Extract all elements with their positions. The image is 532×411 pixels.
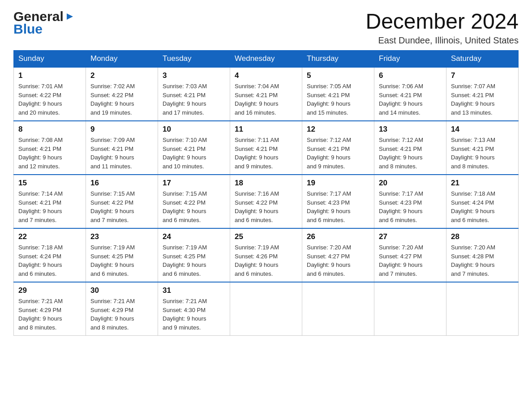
calendar-cell: 10 Sunrise: 7:10 AMSunset: 4:21 PMDaylig… (158, 121, 230, 175)
calendar-cell: 9 Sunrise: 7:09 AMSunset: 4:21 PMDayligh… (86, 121, 158, 175)
day-number: 23 (90, 232, 153, 241)
day-number: 30 (90, 286, 153, 295)
logo-arrow-icon (65, 12, 75, 21)
day-number: 7 (451, 71, 514, 80)
day-number: 12 (307, 125, 369, 134)
calendar-cell: 7 Sunrise: 7:07 AMSunset: 4:21 PMDayligh… (446, 67, 519, 121)
day-number: 11 (235, 125, 297, 134)
calendar-cell: 4 Sunrise: 7:04 AMSunset: 4:21 PMDayligh… (230, 67, 302, 121)
calendar-cell: 8 Sunrise: 7:08 AMSunset: 4:21 PMDayligh… (14, 121, 86, 175)
calendar-cell: 1 Sunrise: 7:01 AMSunset: 4:22 PMDayligh… (14, 67, 86, 121)
day-info: Sunrise: 7:03 AMSunset: 4:21 PMDaylight:… (163, 83, 207, 116)
title-area: December 2024 East Dundee, Illinois, Uni… (365, 9, 519, 46)
day-info: Sunrise: 7:14 AMSunset: 4:21 PMDaylight:… (18, 190, 63, 223)
day-info: Sunrise: 7:10 AMSunset: 4:21 PMDaylight:… (163, 137, 207, 170)
month-title: December 2024 (365, 9, 519, 34)
calendar-cell: 12 Sunrise: 7:12 AMSunset: 4:21 PMDaylig… (302, 121, 374, 175)
day-info: Sunrise: 7:02 AMSunset: 4:22 PMDaylight:… (90, 83, 135, 116)
calendar-cell: 31 Sunrise: 7:21 AMSunset: 4:30 PMDaylig… (158, 282, 230, 336)
day-number: 21 (451, 179, 514, 188)
day-info: Sunrise: 7:21 AMSunset: 4:29 PMDaylight:… (90, 298, 135, 331)
calendar-cell: 3 Sunrise: 7:03 AMSunset: 4:21 PMDayligh… (158, 67, 230, 121)
day-number: 24 (163, 232, 225, 241)
day-info: Sunrise: 7:12 AMSunset: 4:21 PMDaylight:… (379, 137, 423, 170)
calendar-week-row: 29 Sunrise: 7:21 AMSunset: 4:29 PMDaylig… (14, 282, 519, 336)
day-info: Sunrise: 7:15 AMSunset: 4:22 PMDaylight:… (163, 190, 207, 223)
day-info: Sunrise: 7:04 AMSunset: 4:21 PMDaylight:… (235, 83, 279, 116)
calendar-cell: 30 Sunrise: 7:21 AMSunset: 4:29 PMDaylig… (86, 282, 158, 336)
day-info: Sunrise: 7:15 AMSunset: 4:22 PMDaylight:… (90, 190, 135, 223)
calendar-cell: 16 Sunrise: 7:15 AMSunset: 4:22 PMDaylig… (86, 175, 158, 228)
calendar-cell: 26 Sunrise: 7:20 AMSunset: 4:27 PMDaylig… (302, 228, 374, 282)
day-number: 14 (451, 125, 514, 134)
calendar-cell: 28 Sunrise: 7:20 AMSunset: 4:28 PMDaylig… (446, 228, 519, 282)
day-number: 15 (18, 179, 81, 188)
svg-marker-0 (67, 13, 73, 20)
day-info: Sunrise: 7:05 AMSunset: 4:21 PMDaylight:… (307, 83, 351, 116)
day-info: Sunrise: 7:19 AMSunset: 4:25 PMDaylight:… (163, 244, 207, 277)
day-number: 19 (307, 179, 369, 188)
day-number: 26 (307, 232, 369, 241)
calendar-cell: 2 Sunrise: 7:02 AMSunset: 4:22 PMDayligh… (86, 67, 158, 121)
day-number: 3 (163, 71, 225, 80)
day-number: 6 (379, 71, 442, 80)
day-number: 17 (163, 179, 225, 188)
calendar-cell (446, 282, 519, 336)
day-number: 13 (379, 125, 442, 134)
day-number: 29 (18, 286, 81, 295)
calendar-week-row: 15 Sunrise: 7:14 AMSunset: 4:21 PMDaylig… (14, 175, 519, 228)
calendar-cell: 21 Sunrise: 7:18 AMSunset: 4:24 PMDaylig… (446, 175, 519, 228)
day-number: 25 (235, 232, 297, 241)
calendar-cell: 29 Sunrise: 7:21 AMSunset: 4:29 PMDaylig… (14, 282, 86, 336)
page-header: General Blue December 2024 East Dundee, … (13, 9, 519, 46)
calendar-week-row: 8 Sunrise: 7:08 AMSunset: 4:21 PMDayligh… (14, 121, 519, 175)
weekday-header-row: Sunday Monday Tuesday Wednesday Thursday… (14, 51, 519, 68)
header-thursday: Thursday (302, 51, 374, 68)
day-number: 20 (379, 179, 442, 188)
calendar-cell: 5 Sunrise: 7:05 AMSunset: 4:21 PMDayligh… (302, 67, 374, 121)
logo: General Blue (13, 9, 75, 37)
day-info: Sunrise: 7:12 AMSunset: 4:21 PMDaylight:… (307, 137, 351, 170)
day-info: Sunrise: 7:13 AMSunset: 4:21 PMDaylight:… (451, 137, 495, 170)
day-info: Sunrise: 7:18 AMSunset: 4:24 PMDaylight:… (451, 190, 495, 223)
calendar-cell: 27 Sunrise: 7:20 AMSunset: 4:27 PMDaylig… (374, 228, 446, 282)
day-info: Sunrise: 7:20 AMSunset: 4:28 PMDaylight:… (451, 244, 495, 277)
day-number: 2 (90, 71, 153, 80)
calendar-cell (230, 282, 302, 336)
calendar-week-row: 22 Sunrise: 7:18 AMSunset: 4:24 PMDaylig… (14, 228, 519, 282)
day-info: Sunrise: 7:18 AMSunset: 4:24 PMDaylight:… (18, 244, 63, 277)
header-saturday: Saturday (446, 51, 519, 68)
header-friday: Friday (374, 51, 446, 68)
day-info: Sunrise: 7:17 AMSunset: 4:23 PMDaylight:… (379, 190, 423, 223)
calendar-cell: 23 Sunrise: 7:19 AMSunset: 4:25 PMDaylig… (86, 228, 158, 282)
location-text: East Dundee, Illinois, United States (365, 35, 519, 46)
day-info: Sunrise: 7:19 AMSunset: 4:25 PMDaylight:… (90, 244, 135, 277)
day-number: 27 (379, 232, 442, 241)
calendar-cell: 13 Sunrise: 7:12 AMSunset: 4:21 PMDaylig… (374, 121, 446, 175)
calendar-cell: 20 Sunrise: 7:17 AMSunset: 4:23 PMDaylig… (374, 175, 446, 228)
calendar-cell (374, 282, 446, 336)
calendar-table: Sunday Monday Tuesday Wednesday Thursday… (13, 50, 519, 336)
calendar-cell: 11 Sunrise: 7:11 AMSunset: 4:21 PMDaylig… (230, 121, 302, 175)
day-info: Sunrise: 7:11 AMSunset: 4:21 PMDaylight:… (235, 137, 279, 170)
day-number: 22 (18, 232, 81, 241)
day-info: Sunrise: 7:06 AMSunset: 4:21 PMDaylight:… (379, 83, 423, 116)
header-wednesday: Wednesday (230, 51, 302, 68)
day-info: Sunrise: 7:17 AMSunset: 4:23 PMDaylight:… (307, 190, 351, 223)
day-info: Sunrise: 7:16 AMSunset: 4:22 PMDaylight:… (235, 190, 279, 223)
day-info: Sunrise: 7:20 AMSunset: 4:27 PMDaylight:… (379, 244, 423, 277)
day-number: 10 (163, 125, 225, 134)
day-number: 4 (235, 71, 297, 80)
day-info: Sunrise: 7:21 AMSunset: 4:29 PMDaylight:… (18, 298, 63, 331)
calendar-cell: 14 Sunrise: 7:13 AMSunset: 4:21 PMDaylig… (446, 121, 519, 175)
day-number: 31 (163, 286, 225, 295)
calendar-cell: 6 Sunrise: 7:06 AMSunset: 4:21 PMDayligh… (374, 67, 446, 121)
day-info: Sunrise: 7:20 AMSunset: 4:27 PMDaylight:… (307, 244, 351, 277)
day-number: 18 (235, 179, 297, 188)
header-tuesday: Tuesday (158, 51, 230, 68)
header-sunday: Sunday (14, 51, 86, 68)
day-number: 28 (451, 232, 514, 241)
day-number: 16 (90, 179, 153, 188)
calendar-cell: 19 Sunrise: 7:17 AMSunset: 4:23 PMDaylig… (302, 175, 374, 228)
logo-blue: Blue (13, 21, 43, 37)
